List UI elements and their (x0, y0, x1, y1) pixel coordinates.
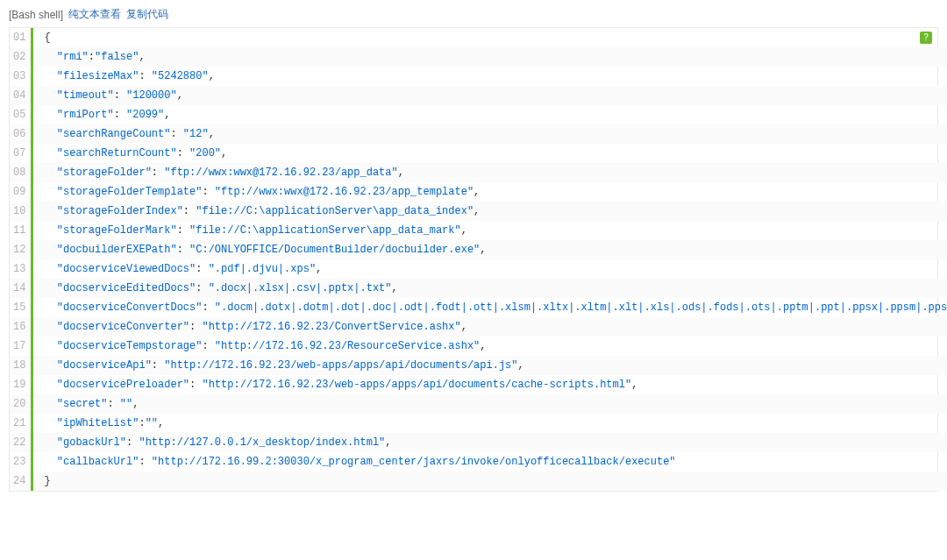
line-number: 13 (10, 259, 32, 279)
line-number: 05 (10, 105, 32, 124)
code-row: 03 "filesizeMax": "5242880", (10, 67, 947, 86)
code-row: 02 "rmi":"false", (10, 47, 947, 67)
code-line: "ipWhiteList":"", (32, 414, 947, 433)
code-row: 19 "docservicePreloader": "http://172.16… (10, 375, 947, 394)
line-number: 18 (10, 356, 32, 375)
line-number: 19 (10, 375, 32, 394)
code-row: 20 "secret": "", (10, 394, 947, 414)
copy-code-link[interactable]: 复制代码 (126, 7, 168, 22)
code-row: 18 "docserviceApi": "http://172.16.92.23… (10, 356, 947, 375)
code-table: 01{02 "rmi":"false",03 "filesizeMax": "5… (10, 28, 947, 491)
code-line: "gobackUrl": "http://127.0.0.1/x_desktop… (32, 433, 947, 452)
code-row: 06 "searchRangeCount": "12", (10, 124, 947, 144)
line-number: 22 (10, 433, 32, 452)
help-icon[interactable]: ? (920, 32, 932, 44)
line-number: 03 (10, 67, 32, 86)
code-block: ? 01{02 "rmi":"false",03 "filesizeMax": … (9, 27, 938, 492)
code-row: 09 "storageFolderTemplate": "ftp://wwx:w… (10, 182, 947, 202)
code-header: [Bash shell] 纯文本查看 复制代码 (9, 7, 938, 22)
line-number: 02 (10, 47, 32, 67)
line-number: 06 (10, 124, 32, 144)
code-line: "docserviceViewedDocs": ".pdf|.djvu|.xps… (32, 259, 947, 279)
code-row: 14 "docserviceEditedDocs": ".docx|.xlsx|… (10, 279, 947, 298)
code-line: "rmi":"false", (32, 47, 947, 67)
code-row: 13 "docserviceViewedDocs": ".pdf|.djvu|.… (10, 259, 947, 279)
code-line: "searchRangeCount": "12", (32, 124, 947, 144)
code-row: 15 "docserviceConvertDocs": ".docm|.dotx… (10, 298, 947, 317)
code-line: "storageFolderMark": "file://C:\applicat… (32, 221, 947, 240)
line-number: 21 (10, 414, 32, 433)
code-row: 24} (10, 471, 947, 491)
line-number: 01 (10, 28, 32, 47)
line-number: 07 (10, 144, 32, 163)
code-line: { (32, 28, 947, 47)
code-line: "docserviceEditedDocs": ".docx|.xlsx|.cs… (32, 279, 947, 298)
code-row: 22 "gobackUrl": "http://127.0.0.1/x_desk… (10, 433, 947, 452)
code-row: 11 "storageFolderMark": "file://C:\appli… (10, 221, 947, 240)
line-number: 14 (10, 279, 32, 298)
code-line: "callbackUrl": "http://172.16.99.2:30030… (32, 452, 947, 471)
code-row: 21 "ipWhiteList":"", (10, 414, 947, 433)
code-line: "rmiPort": "2099", (32, 105, 947, 124)
code-line: "docservicePreloader": "http://172.16.92… (32, 375, 947, 394)
code-line: "storageFolderIndex": "file://C:\applica… (32, 202, 947, 221)
line-number: 09 (10, 182, 32, 202)
code-line: "docserviceApi": "http://172.16.92.23/we… (32, 356, 947, 375)
code-row: 05 "rmiPort": "2099", (10, 105, 947, 124)
code-row: 12 "docbuilderEXEPath": "C:/ONLYOFFICE/D… (10, 240, 947, 259)
code-row: 16 "docserviceConverter": "http://172.16… (10, 317, 947, 337)
code-row: 17 "docserviceTempstorage": "http://172.… (10, 337, 947, 356)
line-number: 16 (10, 317, 32, 337)
code-line: "docbuilderEXEPath": "C:/ONLYOFFICE/Docu… (32, 240, 947, 259)
code-line: } (32, 471, 947, 491)
code-line: "storageFolderTemplate": "ftp://wwx:wwx@… (32, 182, 947, 202)
line-number: 12 (10, 240, 32, 259)
plain-text-link[interactable]: 纯文本查看 (68, 7, 121, 22)
line-number: 23 (10, 452, 32, 471)
code-row: 23 "callbackUrl": "http://172.16.99.2:30… (10, 452, 947, 471)
line-number: 20 (10, 394, 32, 414)
line-number: 08 (10, 163, 32, 182)
line-number: 10 (10, 202, 32, 221)
code-row: 08 "storageFolder": "ftp://wwx:wwx@172.1… (10, 163, 947, 182)
code-line: "filesizeMax": "5242880", (32, 67, 947, 86)
code-line: "timeout": "120000", (32, 86, 947, 105)
language-label: [Bash shell] (9, 9, 63, 21)
line-number: 24 (10, 471, 32, 491)
line-number: 11 (10, 221, 32, 240)
code-line: "docserviceConverter": "http://172.16.92… (32, 317, 947, 337)
code-row: 10 "storageFolderIndex": "file://C:\appl… (10, 202, 947, 221)
line-number: 15 (10, 298, 32, 317)
code-line: "storageFolder": "ftp://wwx:wwx@172.16.9… (32, 163, 947, 182)
line-number: 04 (10, 86, 32, 105)
code-line: "docserviceTempstorage": "http://172.16.… (32, 337, 947, 356)
code-line: "secret": "", (32, 394, 947, 414)
code-row: 01{ (10, 28, 947, 47)
code-line: "docserviceConvertDocs": ".docm|.dotx|.d… (32, 298, 947, 317)
code-row: 04 "timeout": "120000", (10, 86, 947, 105)
code-row: 07 "searchReturnCount": "200", (10, 144, 947, 163)
line-number: 17 (10, 337, 32, 356)
code-line: "searchReturnCount": "200", (32, 144, 947, 163)
